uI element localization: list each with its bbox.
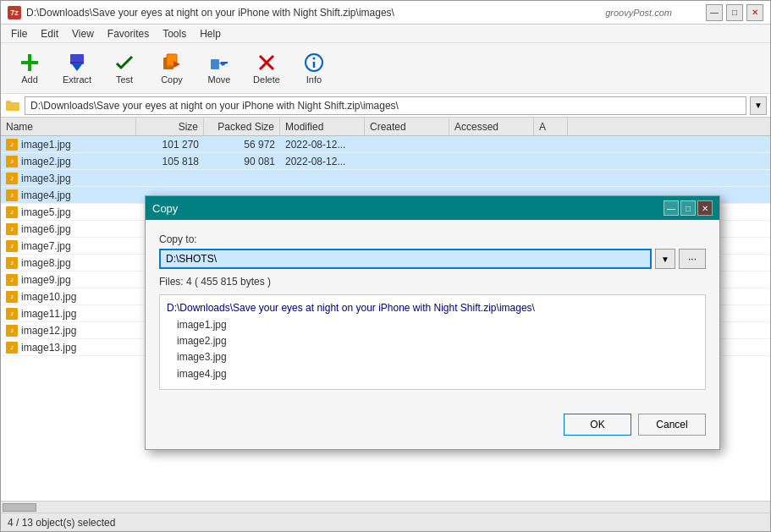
minimize-button[interactable]: — <box>706 4 723 21</box>
file-modified-cell <box>280 170 365 186</box>
file-name: image9.jpg <box>21 274 71 286</box>
menu-tools[interactable]: Tools <box>156 26 193 41</box>
table-row[interactable]: J image2.jpg 105 818 90 081 2022-08-12..… <box>1 153 770 170</box>
status-bar: 4 / 13 object(s) selected <box>1 513 770 531</box>
delete-icon <box>256 52 277 73</box>
svg-rect-17 <box>6 101 11 103</box>
dialog-maximize-button[interactable]: □ <box>680 200 696 216</box>
file-accessed-cell <box>449 153 534 169</box>
list-item: image3.jpg <box>167 349 698 365</box>
list-item: image4.jpg <box>167 366 698 382</box>
file-name-cell: J image8.jpg <box>1 255 136 271</box>
add-icon <box>19 52 40 73</box>
dialog-minimize-button[interactable]: — <box>664 200 679 216</box>
jpg-file-icon: J <box>6 342 18 354</box>
dialog-title: Copy <box>152 202 178 215</box>
file-attr-cell <box>534 153 568 169</box>
copy-label: Copy <box>161 74 183 85</box>
file-name: image3.jpg <box>21 173 71 184</box>
file-name: image1.jpg <box>21 139 71 151</box>
svg-rect-16 <box>6 102 19 111</box>
toolbar-info-button[interactable]: Info <box>292 47 336 90</box>
scrollbar-thumb[interactable] <box>3 503 36 512</box>
toolbar-move-button[interactable]: Move <box>197 47 241 90</box>
col-header-name[interactable]: Name <box>1 118 136 135</box>
ok-button[interactable]: OK <box>564 414 631 436</box>
col-header-modified[interactable]: Modified <box>280 118 365 135</box>
copy-path-input[interactable] <box>159 249 652 269</box>
col-header-size[interactable]: Size <box>136 118 204 135</box>
toolbar-copy-button[interactable]: Copy <box>150 47 194 90</box>
jpg-file-icon: J <box>6 308 18 320</box>
move-label: Move <box>208 74 231 85</box>
toolbar-delete-button[interactable]: Delete <box>245 47 289 90</box>
jpg-file-icon: J <box>6 240 18 252</box>
address-bar: ▼ <box>1 94 770 118</box>
jpg-file-icon: J <box>6 206 18 218</box>
test-label: Test <box>116 74 133 85</box>
toolbar: Add Extract Test <box>1 43 770 94</box>
col-header-attr[interactable]: A <box>534 118 568 135</box>
close-button[interactable]: ✕ <box>746 4 763 21</box>
svg-point-15 <box>313 57 316 59</box>
file-name-cell: J image5.jpg <box>1 204 136 220</box>
file-modified-cell: 2022-08-12... <box>280 136 365 152</box>
address-input[interactable] <box>25 96 746 115</box>
jpg-file-icon: J <box>6 257 18 269</box>
path-dropdown-button[interactable]: ▼ <box>655 249 675 269</box>
dialog-close-button[interactable]: ✕ <box>697 200 713 216</box>
add-label: Add <box>21 74 38 85</box>
browse-button[interactable]: ··· <box>679 249 706 269</box>
horizontal-scrollbar[interactable] <box>1 501 770 513</box>
menu-file[interactable]: File <box>4 26 34 41</box>
table-row[interactable]: J image1.jpg 101 270 56 972 2022-08-12..… <box>1 136 770 153</box>
toolbar-add-button[interactable]: Add <box>8 47 52 90</box>
title-bar-left: 7z D:\Downloads\Save your eyes at night … <box>8 6 394 19</box>
file-name-cell: J image4.jpg <box>1 187 136 203</box>
table-row[interactable]: J image3.jpg <box>1 170 770 187</box>
file-accessed-cell <box>449 136 534 152</box>
file-size-cell: 101 270 <box>136 136 204 152</box>
menu-help[interactable]: Help <box>193 26 228 41</box>
path-row: ▼ ··· <box>159 249 706 269</box>
list-item: image1.jpg <box>167 317 698 333</box>
file-size-cell <box>136 170 204 186</box>
files-list-box: D:\Downloads\Save your eyes at night on … <box>159 294 706 390</box>
title-bar: 7z D:\Downloads\Save your eyes at night … <box>1 1 770 25</box>
file-name: image8.jpg <box>21 257 71 269</box>
extract-label: Extract <box>63 74 91 85</box>
source-path: D:\Downloads\Save your eyes at night on … <box>167 302 698 314</box>
col-header-accessed[interactable]: Accessed <box>449 118 534 135</box>
file-packed-cell: 56 972 <box>204 136 280 152</box>
cancel-button[interactable]: Cancel <box>638 414 706 436</box>
menu-edit[interactable]: Edit <box>34 26 65 41</box>
move-icon <box>209 52 229 73</box>
title-bar-controls: — □ ✕ <box>706 4 763 21</box>
file-name-cell: J image3.jpg <box>1 170 136 186</box>
delete-label: Delete <box>253 74 280 85</box>
column-headers: Name Size Packed Size Modified Created A… <box>1 118 770 136</box>
file-name: image5.jpg <box>21 206 71 218</box>
maximize-button[interactable]: □ <box>726 4 743 21</box>
file-name: image2.jpg <box>21 156 71 167</box>
file-name-cell: J image13.jpg <box>1 339 136 355</box>
menu-bar: File Edit View Favorites Tools Help <box>1 25 770 43</box>
address-dropdown-button[interactable]: ▼ <box>750 96 767 115</box>
copy-to-label: Copy to: <box>159 233 706 245</box>
menu-favorites[interactable]: Favorites <box>101 26 156 41</box>
dialog-content: Copy to: ▼ ··· Files: 4 ( 455 815 bytes … <box>146 220 719 414</box>
col-header-created[interactable]: Created <box>365 118 449 135</box>
window-title: D:\Downloads\Save your eyes at night on … <box>26 7 394 19</box>
dialog-footer: OK Cancel <box>146 414 719 449</box>
menu-view[interactable]: View <box>65 26 101 41</box>
col-header-packed[interactable]: Packed Size <box>204 118 280 135</box>
file-modified-cell: 2022-08-12... <box>280 153 365 169</box>
file-name-cell: J image9.jpg <box>1 271 136 288</box>
file-size-cell: 105 818 <box>136 153 204 169</box>
file-name: image6.jpg <box>21 223 71 235</box>
toolbar-extract-button[interactable]: Extract <box>55 47 99 90</box>
test-icon <box>114 52 135 73</box>
file-accessed-cell <box>449 170 534 186</box>
file-name: image11.jpg <box>21 308 76 320</box>
toolbar-test-button[interactable]: Test <box>102 47 146 90</box>
